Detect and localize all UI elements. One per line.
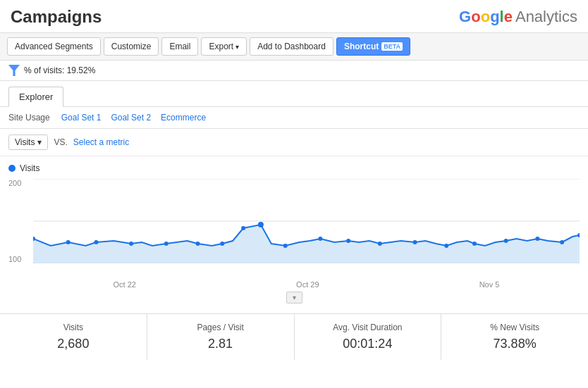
svg-marker-3 [33, 225, 580, 263]
stat-pages-visit-label: Pages / Visit [154, 323, 287, 332]
svg-point-15 [346, 239, 350, 243]
google-analytics-logo: Google Analytics [459, 8, 577, 26]
vs-label: VS. [54, 137, 67, 147]
email-button[interactable]: Email [161, 37, 198, 56]
svg-point-19 [472, 242, 477, 246]
x-label-oct22: Oct 22 [114, 280, 136, 289]
google-logo-text: Google [459, 8, 513, 26]
advanced-segments-button[interactable]: Advanced Segments [7, 37, 101, 56]
toolbar: Advanced Segments Customize Email Export… [0, 33, 588, 61]
chart-container: 200 100 [8, 179, 580, 277]
filter-bar: % of visits: 19.52% [0, 61, 588, 81]
beta-badge: BETA [381, 42, 403, 51]
scroll-down-arrow[interactable]: ▾ [286, 292, 302, 303]
export-dropdown-arrow: ▾ [235, 43, 239, 51]
svg-point-9 [196, 242, 200, 246]
y-label-200: 200 [8, 179, 21, 187]
stat-avg-duration-label: Avg. Visit Duration [302, 323, 434, 332]
svg-point-10 [220, 242, 224, 246]
svg-point-8 [164, 242, 169, 246]
chart-legend: Visits [8, 163, 580, 173]
svg-point-16 [378, 242, 382, 246]
select-metric-link[interactable]: Select a metric [73, 137, 129, 147]
export-button[interactable]: Export ▾ [201, 37, 247, 56]
stat-avg-duration: Avg. Visit Duration 00:01:24 [295, 314, 442, 360]
filter-icon [8, 65, 20, 76]
svg-point-13 [283, 244, 288, 248]
stat-visits-value: 2,680 [7, 337, 140, 351]
page-title: Campaigns [11, 7, 102, 27]
explorer-tab[interactable]: Explorer [8, 87, 63, 107]
svg-point-14 [318, 237, 322, 241]
sub-tab-goal-set-2[interactable]: Goal Set 2 [111, 113, 151, 123]
svg-point-20 [504, 239, 508, 243]
metric-selector: Visits ▾ VS. Select a metric [0, 129, 588, 156]
add-to-dashboard-button[interactable]: Add to Dashboard [250, 37, 333, 56]
stat-pages-visit-value: 2.81 [154, 337, 287, 351]
stat-new-visits-label: % New Visits [448, 323, 581, 332]
sub-tabs: Site Usage Goal Set 1 Goal Set 2 Ecommer… [0, 107, 588, 129]
metric-dropdown-arrow: ▾ [37, 137, 42, 147]
stat-visits: Visits 2,680 [0, 314, 147, 360]
sub-tab-goal-set-1[interactable]: Goal Set 1 [61, 113, 102, 123]
stat-pages-visit: Pages / Visit 2.81 [147, 314, 295, 360]
svg-point-22 [560, 240, 564, 244]
customize-button[interactable]: Customize [104, 37, 159, 56]
explorer-tab-bar: Explorer [0, 81, 588, 107]
analytics-logo-text: Analytics [515, 8, 577, 26]
svg-point-12 [258, 222, 264, 227]
svg-point-11 [241, 226, 245, 230]
stat-avg-duration-value: 00:01:24 [302, 337, 434, 351]
visits-legend-dot [8, 165, 16, 172]
svg-point-7 [129, 242, 133, 246]
x-labels: Oct 22 Oct 29 Nov 5 [33, 277, 580, 289]
sub-tab-ecommerce[interactable]: Ecommerce [161, 113, 206, 123]
visits-legend-label: Visits [20, 163, 39, 173]
scroll-hint: ▾ [0, 289, 588, 306]
svg-point-6 [94, 240, 98, 244]
svg-point-18 [444, 244, 448, 248]
chart-svg [33, 179, 580, 263]
svg-point-5 [66, 240, 71, 244]
x-label-oct29: Oct 29 [296, 280, 319, 289]
y-label-100: 100 [8, 255, 21, 263]
metric-dropdown[interactable]: Visits ▾ [8, 134, 48, 150]
stat-new-visits: % New Visits 73.88% [441, 314, 588, 360]
selected-metric: Visits [15, 137, 35, 147]
chart-y-labels: 200 100 [8, 179, 21, 277]
svg-point-21 [535, 237, 539, 241]
shortcut-button[interactable]: Shortcut BETA [336, 37, 410, 56]
sub-tab-site-usage-label: Site Usage [8, 113, 50, 123]
stat-visits-label: Visits [7, 323, 140, 332]
chart-section: Visits 200 100 [0, 156, 588, 289]
stat-new-visits-value: 73.88% [448, 337, 581, 351]
chart-area [33, 179, 580, 277]
x-label-nov5: Nov 5 [479, 280, 500, 289]
svg-point-17 [413, 240, 417, 244]
header: Campaigns Google Analytics [0, 0, 588, 33]
filter-text: % of visits: 19.52% [24, 65, 95, 75]
stats-bar: Visits 2,680 Pages / Visit 2.81 Avg. Vis… [0, 313, 588, 360]
